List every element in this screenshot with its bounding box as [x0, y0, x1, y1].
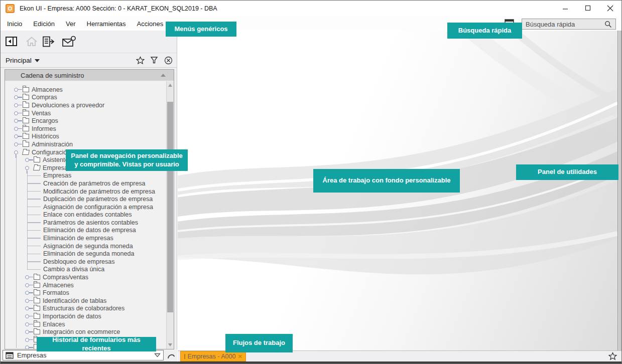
collapse-node-icon[interactable] — [25, 166, 29, 170]
tree-connector — [28, 175, 41, 176]
window-title: Ekon UI - Empresa: A000 Sección: 0 - KAR… — [20, 5, 217, 12]
scroll-up-icon[interactable] — [168, 84, 172, 87]
tree-item-label: Administración — [32, 141, 73, 148]
expand-node-icon[interactable] — [14, 88, 18, 92]
panel-toolbar — [1, 31, 177, 53]
hook-icon[interactable] — [167, 350, 176, 360]
tree-item-estructuras-de-colaboradores[interactable]: Estructuras de colaboradores — [5, 305, 166, 313]
expand-node-icon[interactable] — [14, 111, 18, 115]
favorites-star-icon[interactable] — [136, 56, 145, 65]
tree-item-duplicacio-n-de-para-metros-de-empresa[interactable]: Duplicación de parámetros de empresa — [5, 195, 166, 203]
folder-icon — [34, 275, 40, 280]
folder-icon — [23, 118, 29, 123]
tree-item-eliminacio-n-de-segunda-moneda[interactable]: Eliminación de segunda moneda — [5, 250, 166, 258]
minimize-button[interactable] — [554, 1, 576, 16]
tree-item-desbloqueo-de-empresas[interactable]: Desbloqueo de empresas — [5, 258, 166, 266]
tree-item-almacenes[interactable]: Almacenes — [5, 281, 166, 289]
tree-item-modificacio-n-de-para-metros-de-empresa[interactable]: Modificación de parámetros de empresa — [5, 188, 166, 196]
tree-item-creacio-n-de-para-metros-de-empresa[interactable]: Creación de parámetros de empresa — [5, 179, 166, 188]
tree-item-informes[interactable]: Informes — [5, 125, 166, 133]
expand-node-icon[interactable] — [25, 314, 29, 318]
quick-search-input[interactable]: Búsqueda rápida — [522, 19, 616, 30]
search-icon[interactable] — [604, 21, 612, 28]
collapse-navigation-icon[interactable] — [5, 35, 19, 49]
scrollbar-thumb[interactable] — [167, 102, 173, 312]
tree-section-header[interactable]: Cadena de suministro — [5, 70, 174, 81]
collapse-node-icon[interactable] — [14, 150, 18, 154]
tab-empresas[interactable]: Empresas - A000 × — [180, 351, 246, 361]
tree-item-formatos[interactable]: Formatos — [5, 289, 166, 297]
tree-item-eliminacio-n-de-datos-de-empresa[interactable]: Eliminación de datos de empresa — [5, 227, 166, 235]
view-selector[interactable]: Principal — [6, 57, 40, 64]
tree-item-label: Estructuras de colaboradores — [43, 305, 125, 312]
tree-item-almacenes[interactable]: Almacenes — [5, 86, 166, 94]
tree-connector — [28, 207, 41, 207]
tree-item-histo-ricos[interactable]: Históricos — [5, 133, 166, 141]
expand-node-icon[interactable] — [14, 95, 18, 99]
maximize-button[interactable] — [576, 1, 599, 16]
expand-node-icon[interactable] — [25, 283, 29, 287]
folder-open-icon — [33, 165, 41, 170]
expand-node-icon[interactable] — [25, 158, 29, 162]
tree-item-label: Informes — [32, 125, 56, 132]
close-button[interactable] — [599, 1, 621, 16]
tree-item-compras[interactable]: Compras — [5, 94, 166, 102]
expand-node-icon[interactable] — [25, 291, 29, 295]
tree-connector — [28, 191, 41, 192]
tree-item-identificacio-n-de-tablas[interactable]: Identificación de tablas — [5, 297, 166, 305]
tree-scrollbar[interactable] — [166, 81, 174, 349]
tree-item-eliminacio-n-de-empresas[interactable]: Eliminación de empresas — [5, 234, 166, 242]
app-window: O Ekon UI - Empresa: A000 Sección: 0 - K… — [0, 0, 622, 364]
chevron-down-icon — [35, 59, 40, 62]
tree-item-enlace-con-entidades-contables[interactable]: Enlace con entidades contables — [5, 211, 166, 219]
expand-node-icon[interactable] — [25, 306, 29, 310]
tree-item-asignacio-n-de-segunda-moneda[interactable]: Asignación de segunda moneda — [5, 242, 166, 250]
tree-item-devoluciones-a-proveedor[interactable]: Devoluciones a proveedor — [5, 101, 166, 109]
expand-node-icon[interactable] — [25, 338, 29, 342]
expand-node-icon[interactable] — [25, 275, 29, 279]
expand-node-icon[interactable] — [14, 142, 18, 146]
tree-item-label: Encargos — [32, 117, 58, 124]
menu-herramientas[interactable]: Herramientas — [81, 20, 132, 28]
utilities-panel-edge[interactable] — [617, 31, 621, 350]
tree-item-label: Duplicación de parámetros de empresa — [43, 196, 153, 203]
close-view-icon[interactable] — [164, 56, 173, 65]
expand-node-icon[interactable] — [25, 299, 29, 303]
expand-node-icon[interactable] — [25, 322, 29, 326]
tree-item-importacio-n-de-datos[interactable]: Importación de datos — [5, 312, 166, 320]
expand-node-icon[interactable] — [25, 345, 29, 349]
tree-item-label: Almacenes — [32, 86, 63, 93]
tree-item-asignacio-n-de-configuracio-n-a-empresa[interactable]: Asignación de configuración a empresa — [5, 203, 166, 211]
tree-item-enlaces[interactable]: Enlaces — [5, 320, 166, 328]
expand-node-icon[interactable] — [14, 119, 18, 123]
tree-item-ventas[interactable]: Ventas — [5, 109, 166, 117]
favorites-star-icon[interactable] — [608, 352, 617, 362]
mail-search-icon[interactable] — [62, 35, 76, 49]
tree-item-integracio-n-con-ecommerce[interactable]: Integración con ecommerce — [5, 328, 166, 336]
tree-item-label: Históricos — [32, 133, 59, 140]
expand-node-icon[interactable] — [14, 127, 18, 131]
menu-edicio-n[interactable]: Edición — [28, 20, 60, 28]
dropdown-arrow-icon[interactable] — [154, 353, 161, 357]
expand-node-icon[interactable] — [14, 134, 18, 138]
collapse-section-icon[interactable] — [161, 74, 166, 77]
scroll-down-icon[interactable] — [168, 343, 172, 346]
tree-item-label: Eliminación de segunda moneda — [43, 250, 134, 257]
expand-node-icon[interactable] — [25, 330, 29, 334]
expand-node-icon[interactable] — [14, 103, 18, 107]
tree-item-empresas[interactable]: Empresas — [5, 172, 166, 180]
tree-item-encargos[interactable]: Encargos — [5, 117, 166, 125]
tab-close-icon[interactable]: × — [238, 353, 242, 359]
filter-icon[interactable] — [150, 56, 159, 65]
open-form-icon[interactable] — [42, 35, 56, 49]
tree-item-administracio-n[interactable]: Administración — [5, 140, 166, 148]
home-icon[interactable] — [25, 35, 39, 49]
menu-inicio[interactable]: Inicio — [2, 20, 28, 28]
tree-item-label: Modificación de parámetros de empresa — [43, 188, 155, 195]
navigation-tree: Cadena de suministro AlmacenesComprasDev… — [5, 69, 174, 349]
tree-item-compras-ventas[interactable]: Compras/ventas — [5, 273, 166, 281]
menu-acciones[interactable]: Acciones — [132, 20, 169, 28]
menu-ver[interactable]: Ver — [60, 20, 81, 28]
tree-item-cambio-a-divisa-u-nica[interactable]: Cambio a divisa única — [5, 266, 166, 274]
tree-item-para-metros-de-asientos-contables[interactable]: Parámetros de asientos contables — [5, 219, 166, 227]
